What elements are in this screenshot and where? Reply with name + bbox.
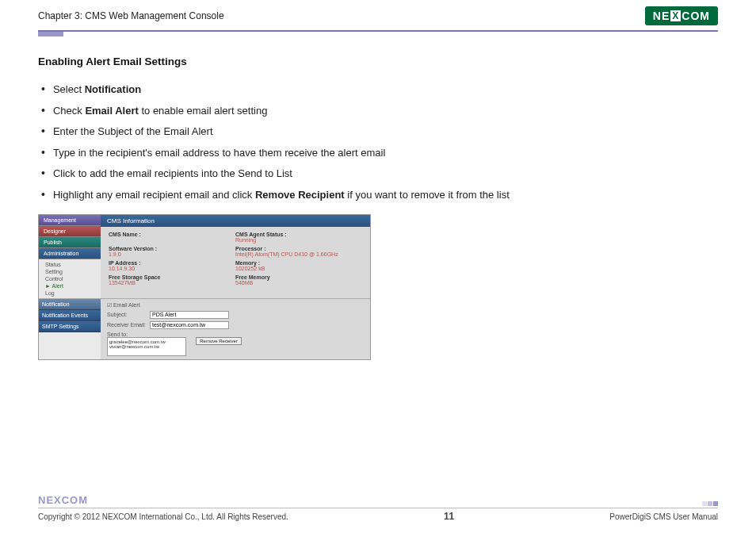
page-content: Enabling Alert Email Settings Select Not… (0, 36, 756, 360)
main-panel: CMS Information CMS Name : CMS Agent Sta… (101, 215, 370, 298)
remove-receiver-button[interactable]: Remove Receiver (196, 337, 242, 345)
list-entry[interactable]: vivian@nexcom.com.tw (109, 344, 184, 349)
list-item: Check Email Alert to enable email alert … (41, 103, 718, 119)
sidebar-sub-status[interactable]: Status (39, 261, 101, 268)
page-footer: NEXCOM Copyright © 2012 NEXCOM Internati… (0, 494, 756, 522)
tab-smtp-settings[interactable]: SMTP Settings (39, 321, 101, 332)
label-sw-version: Software Version : (109, 246, 235, 251)
send-to-listbox[interactable]: gracelee@nexcom.com.tw vivian@nexcom.com… (107, 337, 186, 356)
label-processor: Processor : (235, 246, 362, 251)
label-ip: IP Address : (109, 260, 235, 266)
screenshot-bottom: Notification Notification Events SMTP Se… (39, 299, 370, 359)
list-item: Enter the Subject of the Email Alert (41, 124, 718, 140)
sidebar-sublist: Status Setting Control ► Alert Log (39, 259, 101, 298)
label-send-to: Send to: (107, 332, 364, 337)
sidebar-sub-setting[interactable]: Setting (39, 268, 101, 275)
label-agent-status: CMS Agent Status : (235, 232, 362, 237)
label-memory: Memory : (235, 260, 362, 266)
sidebar-sub-alert[interactable]: ► Alert (39, 282, 101, 290)
alert-form: ☑ Email Alert Subject: Receiver Email: S… (101, 299, 370, 359)
sidebar-item-administration[interactable]: Administration (39, 248, 101, 259)
tab-notification-events[interactable]: Notification Events (39, 310, 101, 321)
label-subject: Subject: (107, 312, 150, 317)
copyright-text: Copyright © 2012 NEXCOM International Co… (38, 512, 288, 521)
list-item: Type in the recipient's email address to… (41, 145, 718, 161)
chapter-title: Chapter 3: CMS Web Management Console (38, 10, 224, 21)
list-item: Highlight any email recipient email and … (41, 187, 718, 203)
footer-logo: NEXCOM (38, 494, 718, 506)
sidebar-item-publish[interactable]: Publish (39, 237, 101, 248)
list-item: Click to add the email recipients into t… (41, 166, 718, 182)
manual-name: PowerDigiS CMS User Manual (609, 512, 718, 521)
footer-divider (38, 508, 718, 508)
receiver-email-input[interactable] (150, 321, 229, 329)
label-receiver: Receiver Email: (107, 322, 150, 328)
info-grid: CMS Name : CMS Agent Status :Running Sof… (101, 227, 370, 293)
main-panel-title: CMS Information (101, 215, 370, 227)
label-free-memory: Free Memory (235, 274, 362, 280)
label-cms-name: CMS Name : (109, 232, 235, 237)
embedded-screenshot: Management Designer Publish Administrati… (38, 214, 371, 360)
page-number: 11 (444, 511, 454, 522)
sidebar-item-designer[interactable]: Designer (39, 226, 101, 237)
screenshot-top: Management Designer Publish Administrati… (39, 215, 370, 299)
sidebar-item-management[interactable]: Management (39, 215, 101, 226)
label-free-storage: Free Storage Space (109, 274, 235, 280)
page-header: Chapter 3: CMS Web Management Console NE… (0, 0, 756, 29)
list-item: Select Notification (41, 82, 718, 98)
sidebar-sub-control[interactable]: Control (39, 275, 101, 282)
instruction-list: Select Notification Check Email Alert to… (41, 82, 718, 203)
subject-input[interactable] (150, 311, 229, 319)
tab-notification[interactable]: Notification (39, 299, 101, 310)
left-sidebar: Management Designer Publish Administrati… (39, 215, 101, 298)
sidebar-sub-log[interactable]: Log (39, 290, 101, 297)
header-divider (38, 30, 718, 32)
brand-logo: NEXCOM (645, 6, 718, 25)
email-alert-checkbox[interactable]: ☑ Email Alert (107, 302, 364, 309)
left-tabs: Notification Notification Events SMTP Se… (39, 299, 101, 359)
section-title: Enabling Alert Email Settings (38, 56, 718, 67)
